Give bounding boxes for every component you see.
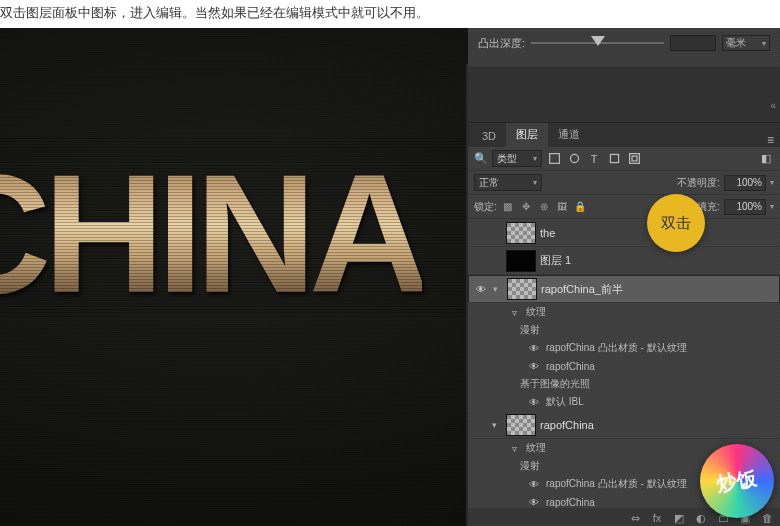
svg-rect-0: [549, 154, 559, 164]
lock-fill-row: 锁定: ▩ ✥ ⊕ 🖽 🔒 填充: 100% ▾: [468, 195, 780, 219]
canvas-3d-text: CHINA: [0, 138, 422, 331]
layer-name[interactable]: 图层 1: [540, 253, 571, 268]
trash-icon[interactable]: 🗑: [760, 511, 774, 525]
material-name[interactable]: rapofChina: [546, 361, 595, 372]
extrude-depth-slider[interactable]: [531, 36, 664, 50]
lock-pixel-icon[interactable]: ▩: [501, 201, 515, 212]
instruction-caption: 双击图层面板中图标，进入编辑。当然如果已经在编辑模式中就可以不用。: [0, 0, 780, 28]
lock-all-icon[interactable]: 🔒: [573, 201, 587, 212]
lock-label: 锁定:: [474, 200, 497, 214]
panel-tabs: 3D 图层 通道 ≡: [468, 123, 780, 147]
visibility-icon[interactable]: 👁: [473, 284, 489, 295]
filter-kind-dropdown[interactable]: 类型▾: [492, 150, 542, 167]
opacity-label: 不透明度:: [677, 176, 720, 190]
sub-material-item[interactable]: 👁 rapofChina: [468, 357, 780, 375]
svg-rect-3: [629, 154, 639, 164]
collapse-icon[interactable]: ▾: [493, 284, 503, 294]
panel-collapse-icon[interactable]: «: [770, 100, 776, 111]
lock-artboard-icon[interactable]: ⊕: [537, 201, 551, 212]
extrude-depth-unit-dropdown[interactable]: 毫米▾: [722, 35, 770, 51]
layer-name[interactable]: the: [540, 227, 555, 239]
filter-toggle-icon[interactable]: ◧: [758, 151, 774, 167]
adjustment-icon[interactable]: ◐: [694, 511, 708, 525]
material-name[interactable]: rapofChina 凸出材质 - 默认纹理: [546, 477, 687, 491]
photoshop-window: CHINA 凸出深度: 毫米▾ « 3D 图层 通道 ≡ 🔍 类型▾ T: [0, 28, 780, 526]
collapse-icon[interactable]: ▿: [508, 443, 520, 454]
material-name[interactable]: rapofChina: [546, 497, 595, 508]
collapse-icon[interactable]: ▿: [508, 307, 520, 318]
layer-filter-row: 🔍 类型▾ T ◧: [468, 147, 780, 171]
fill-dropdown-icon[interactable]: ▾: [770, 202, 774, 211]
visibility-icon[interactable]: 👁: [528, 343, 540, 354]
sub-ibl-group: 基于图像的光照: [468, 375, 780, 393]
lock-frame-icon[interactable]: 🖽: [555, 201, 569, 212]
blend-mode-dropdown[interactable]: 正常▾: [474, 174, 542, 191]
diffuse-label: 漫射: [520, 459, 540, 473]
ibl-label: 基于图像的光照: [520, 377, 590, 391]
visibility-icon[interactable]: 👁: [528, 397, 540, 408]
lock-position-icon[interactable]: ✥: [519, 201, 533, 212]
tab-layers[interactable]: 图层: [506, 123, 548, 147]
collapse-icon[interactable]: ▾: [492, 420, 502, 430]
texture-label: 纹理: [526, 441, 546, 455]
visibility-icon[interactable]: 👁: [528, 361, 540, 372]
filter-pixel-icon[interactable]: [546, 151, 562, 167]
visibility-icon[interactable]: 👁: [528, 479, 540, 490]
layer-thumb-icon[interactable]: [506, 250, 536, 272]
extrude-depth-panel: 凸出深度: 毫米▾: [468, 28, 780, 68]
sub-diffuse-group: 漫射: [468, 321, 780, 339]
sub-texture-group[interactable]: ▿ 纹理: [468, 303, 780, 321]
mask-icon[interactable]: ◩: [672, 511, 686, 525]
filter-smart-icon[interactable]: [626, 151, 642, 167]
svg-point-1: [570, 154, 578, 162]
layer-1[interactable]: 图层 1: [468, 247, 780, 275]
ibl-name[interactable]: 默认 IBL: [546, 395, 584, 409]
opacity-dropdown-icon[interactable]: ▾: [770, 178, 774, 187]
double-click-callout: 双击: [647, 194, 705, 252]
layer-thumb-icon[interactable]: [507, 278, 537, 300]
panel-menu-icon[interactable]: ≡: [761, 133, 780, 147]
layer-name[interactable]: rapofChina: [540, 419, 594, 431]
search-icon[interactable]: 🔍: [474, 151, 488, 167]
layer-thumb-icon[interactable]: [506, 414, 536, 436]
layer-the[interactable]: the: [468, 219, 780, 247]
tab-3d[interactable]: 3D: [472, 126, 506, 147]
layer-thumb-icon[interactable]: [506, 222, 536, 244]
blend-opacity-row: 正常▾ 不透明度: 100% ▾: [468, 171, 780, 195]
watermark-logo: 炒饭: [700, 444, 774, 518]
layer-rapofchina[interactable]: ▾ rapofChina: [468, 411, 780, 439]
extrude-depth-value[interactable]: [670, 35, 716, 51]
fx-icon[interactable]: fx: [650, 511, 664, 525]
visibility-icon[interactable]: 👁: [528, 497, 540, 508]
link-layers-icon[interactable]: ⇔: [628, 511, 642, 525]
material-name[interactable]: rapofChina 凸出材质 - 默认纹理: [546, 341, 687, 355]
fill-value[interactable]: 100%: [724, 199, 766, 215]
sub-material-item[interactable]: 👁 rapofChina 凸出材质 - 默认纹理: [468, 339, 780, 357]
sub-ibl-item[interactable]: 👁 默认 IBL: [468, 393, 780, 411]
svg-rect-2: [610, 154, 618, 162]
diffuse-label: 漫射: [520, 323, 540, 337]
texture-label: 纹理: [526, 305, 546, 319]
tab-channels[interactable]: 通道: [548, 123, 590, 147]
extrude-depth-label: 凸出深度:: [478, 36, 525, 51]
filter-adjust-icon[interactable]: [566, 151, 582, 167]
layer-name[interactable]: rapofChina_前半: [541, 282, 623, 297]
filter-shape-icon[interactable]: [606, 151, 622, 167]
layer-rapofchina-front[interactable]: 👁 ▾ rapofChina_前半: [468, 275, 780, 303]
svg-rect-4: [632, 156, 637, 161]
filter-type-icon[interactable]: T: [586, 151, 602, 167]
panel-spacer: «: [468, 68, 780, 122]
opacity-value[interactable]: 100%: [724, 175, 766, 191]
